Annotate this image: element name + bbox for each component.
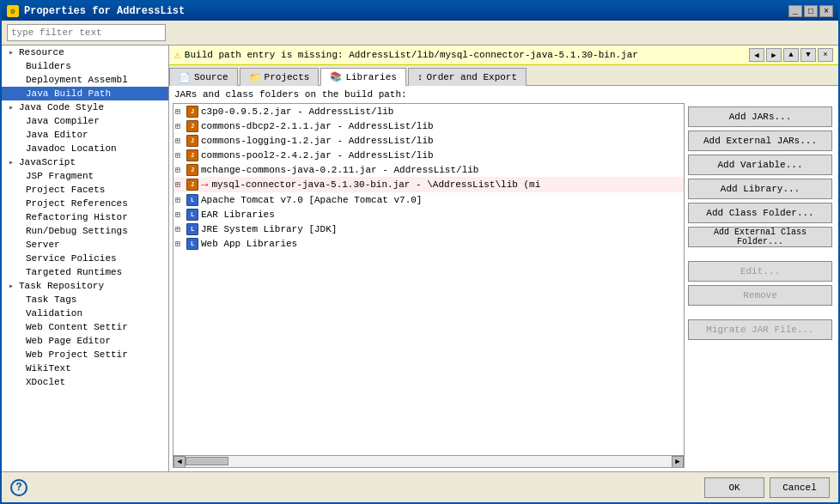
help-button[interactable]: ? — [10, 479, 27, 496]
add-external-class-folder-button[interactable]: Add External Class Folder... — [688, 227, 832, 247]
expand-icon-javascript[interactable]: ▸ — [9, 157, 19, 167]
tab-libraries[interactable]: 📚Libraries — [320, 68, 405, 86]
add-variable-button[interactable]: Add Variable... — [688, 155, 832, 175]
expand-icon-task-repository[interactable]: ▸ — [9, 281, 19, 291]
sidebar-item-label-run-debug-settings: Run/Debug Settings — [26, 226, 128, 236]
add-external-jars-button[interactable]: Add External JARs... — [688, 131, 832, 151]
jar-item-web-app-libraries[interactable]: ⊞LWeb App Libraries — [173, 236, 684, 251]
nav-next-button[interactable]: ▶ — [766, 48, 782, 62]
jar-item-mchange-commons[interactable]: ⊞Jmchange-commons-java-0.2.11.jar - Addr… — [173, 162, 684, 177]
sidebar-item-validation[interactable]: Validation — [2, 307, 168, 320]
jar-list-container: ⊞Jc3p0-0.9.5.2.jar - AddressList/lib⊞Jco… — [173, 103, 685, 468]
sidebar-item-label-project-facets: Project Facets — [26, 185, 105, 195]
bottom-bar: ? OK Cancel — [2, 471, 838, 502]
edit-button[interactable]: Edit... — [688, 261, 832, 282]
tabs-row: 📄Source📁Projects📚Libraries↕Order and Exp… — [169, 65, 838, 86]
sidebar-item-task-tags[interactable]: Task Tags — [2, 293, 168, 307]
remove-button[interactable]: Remove — [688, 285, 832, 306]
scroll-left-button[interactable]: ◀ — [173, 456, 186, 468]
jar-expand-mysql-connector[interactable]: ⊞ — [175, 179, 186, 190]
nav-down-button[interactable]: ▼ — [800, 48, 816, 62]
jar-expand-commons-pool2[interactable]: ⊞ — [175, 150, 186, 161]
filter-bar — [2, 21, 838, 46]
filter-input[interactable] — [7, 24, 166, 41]
sidebar-item-targeted-runtimes[interactable]: Targeted Runtimes — [2, 265, 168, 279]
sidebar-item-java-compiler[interactable]: Java Compiler — [2, 114, 168, 128]
nav-close-button[interactable]: × — [818, 48, 833, 62]
jar-expand-jre-system[interactable]: ⊞ — [175, 224, 186, 234]
scroll-thumb[interactable] — [186, 457, 228, 465]
sidebar-item-label-javadoc-location: Javadoc Location — [26, 143, 117, 154]
horizontal-scrollbar[interactable]: ◀ ▶ — [173, 455, 684, 467]
sidebar-item-java-build-path[interactable]: Java Build Path — [2, 87, 168, 100]
bottom-buttons: OK Cancel — [704, 477, 830, 498]
jar-item-apache-tomcat[interactable]: ⊞LApache Tomcat v7.0 [Apache Tomcat v7.0… — [173, 192, 684, 207]
sidebar-item-project-references[interactable]: Project References — [2, 197, 168, 210]
add-class-folder-button[interactable]: Add Class Folder... — [688, 203, 832, 223]
sidebar-item-run-debug-settings[interactable]: Run/Debug Settings — [2, 224, 168, 238]
jar-item-commons-pool2[interactable]: ⊞Jcommons-pool2-2.4.2.jar - AddressList/… — [173, 148, 684, 162]
sidebar-item-web-content-setting[interactable]: Web Content Settir — [2, 320, 168, 334]
nav-up-button[interactable]: ▲ — [783, 48, 799, 62]
expand-icon-java-code-style[interactable]: ▸ — [9, 102, 19, 112]
jar-expand-web-app-libraries[interactable]: ⊞ — [175, 239, 186, 249]
window-icon: ⚙ — [7, 5, 19, 17]
sidebar-item-deployment-assembl[interactable]: Deployment Assembl — [2, 73, 168, 87]
jar-expand-commons-dbcp2[interactable]: ⊞ — [175, 121, 186, 131]
sidebar-item-service-policies[interactable]: Service Policies — [2, 252, 168, 265]
jar-item-mysql-connector[interactable]: ⊞J→mysql-connector-java-5.1.30-bin.jar -… — [173, 177, 684, 192]
jar-item-ear-libraries[interactable]: ⊞LEAR Libraries — [173, 207, 684, 222]
cancel-button[interactable]: Cancel — [770, 477, 830, 498]
scroll-right-button[interactable]: ▶ — [672, 456, 684, 468]
sidebar-item-server[interactable]: Server — [2, 238, 168, 252]
jar-expand-c3p0[interactable]: ⊞ — [175, 106, 186, 117]
jar-type-icon-web-app-libraries: L — [186, 238, 199, 250]
sidebar-item-javascript[interactable]: ▸JavaScript — [2, 155, 168, 169]
sidebar-item-web-page-editor[interactable]: Web Page Editor — [2, 334, 168, 348]
sidebar-item-wikitext[interactable]: WikiText — [2, 361, 168, 375]
add-jars-button[interactable]: Add JARs... — [688, 106, 832, 127]
jar-item-commons-dbcp2[interactable]: ⊞Jcommons-dbcp2-2.1.1.jar - AddressList/… — [173, 118, 684, 133]
tab-source[interactable]: 📄Source — [169, 68, 238, 86]
close-button[interactable]: × — [819, 5, 833, 17]
sidebar-item-web-project-setting[interactable]: Web Project Settir — [2, 348, 168, 361]
jar-expand-commons-logging[interactable]: ⊞ — [175, 136, 186, 146]
add-library-button[interactable]: Add Library... — [688, 179, 832, 199]
sidebar-item-javadoc-location[interactable]: Javadoc Location — [2, 142, 168, 155]
sidebar-item-xdoclet[interactable]: XDoclet — [2, 375, 168, 389]
expand-icon-resource[interactable]: ▸ — [9, 47, 19, 58]
sidebar-item-label-deployment-assembl: Deployment Assembl — [26, 75, 128, 85]
migrate-jar-button[interactable]: Migrate JAR File... — [688, 319, 832, 340]
title-bar: ⚙ Properties for AddressList _ □ × — [2, 2, 838, 21]
nav-prev-button[interactable]: ◀ — [749, 48, 764, 62]
tab-order-and-export[interactable]: ↕Order and Export — [408, 68, 527, 86]
jar-icon: J — [186, 149, 198, 161]
jar-label-commons-pool2: commons-pool2-2.4.2.jar - AddressList/li… — [201, 150, 434, 161]
minimize-button[interactable]: _ — [788, 5, 802, 17]
sidebar-item-task-repository[interactable]: ▸Task Repository — [2, 279, 168, 293]
jar-expand-mchange-commons[interactable]: ⊞ — [175, 165, 186, 175]
window-title: Properties for AddressList — [24, 5, 185, 17]
sidebar-item-resource[interactable]: ▸Resource — [2, 46, 168, 59]
sidebar-item-refactoring-histor[interactable]: Refactoring Histor — [2, 210, 168, 224]
sidebar-item-jsp-fragment[interactable]: JSP Fragment — [2, 169, 168, 183]
sidebar-item-java-editor[interactable]: Java Editor — [2, 128, 168, 142]
tab-label-libraries: Libraries — [345, 72, 396, 82]
tab-label-projects: Projects — [265, 72, 310, 82]
sidebar-item-label-java-editor: Java Editor — [26, 130, 88, 140]
jar-expand-ear-libraries[interactable]: ⊞ — [175, 209, 186, 220]
tab-projects[interactable]: 📁Projects — [240, 68, 320, 86]
maximize-button[interactable]: □ — [804, 5, 818, 17]
jar-expand-apache-tomcat[interactable]: ⊞ — [175, 195, 186, 205]
jar-item-jre-system[interactable]: ⊞LJRE System Library [JDK] — [173, 222, 684, 236]
jar-list[interactable]: ⊞Jc3p0-0.9.5.2.jar - AddressList/lib⊞Jco… — [173, 104, 684, 455]
sidebar-item-builders[interactable]: Builders — [2, 59, 168, 73]
sidebar-item-java-code-style[interactable]: ▸Java Code Style — [2, 100, 168, 114]
btn-spacer — [688, 251, 835, 258]
ok-button[interactable]: OK — [704, 477, 764, 498]
jar-item-c3p0[interactable]: ⊞Jc3p0-0.9.5.2.jar - AddressList/lib — [173, 104, 684, 118]
jar-item-commons-logging[interactable]: ⊞Jcommons-logging-1.2.jar - AddressList/… — [173, 133, 684, 148]
sidebar-item-project-facets[interactable]: Project Facets — [2, 183, 168, 197]
tab-label-order-and-export: Order and Export — [426, 72, 517, 82]
sidebar-item-label-service-policies: Service Policies — [26, 253, 117, 264]
